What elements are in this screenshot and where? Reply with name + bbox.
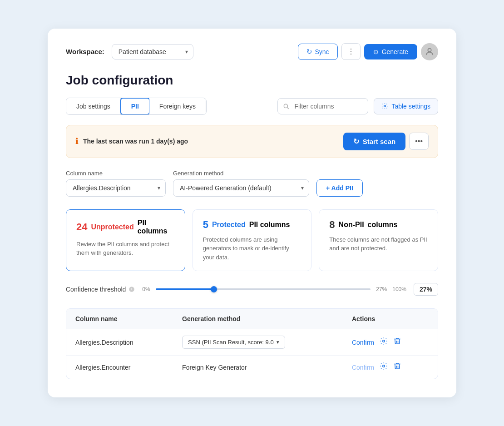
unprotected-status-label: Unprotected bbox=[91, 223, 133, 231]
scan-banner-actions: ↻ Start scan ••• bbox=[343, 133, 429, 150]
more-options-button[interactable]: ⋮ bbox=[341, 43, 361, 60]
svg-point-3 bbox=[384, 105, 386, 107]
table-row: Allergies.Encounter Foreign Key Generato… bbox=[66, 356, 438, 379]
filter-columns-input[interactable] bbox=[277, 98, 368, 114]
pii-table: Column name Generation method Actions Al… bbox=[66, 309, 438, 379]
generation-method-field: Generation method AI-Powered Generation … bbox=[173, 170, 309, 197]
column-name-field: Column name Allergies.Description bbox=[66, 170, 166, 197]
svg-point-6 bbox=[383, 340, 385, 342]
confidence-row: Confidence threshold i 0% 27% 100% 27% bbox=[66, 283, 438, 296]
row1-delete-icon[interactable] bbox=[393, 337, 401, 347]
header-actions: ↻ Sync ⋮ ⊙ Generate bbox=[298, 43, 439, 60]
tab-pii[interactable]: PII bbox=[120, 98, 150, 115]
non-pii-description: These columns are not flagged as PII and… bbox=[329, 235, 428, 253]
filter-input-wrapper bbox=[277, 98, 368, 114]
tab-foreign-keys[interactable]: Foreign keys bbox=[149, 98, 206, 114]
row1-confirm-link[interactable]: Confirm bbox=[352, 339, 374, 346]
scan-icon: ↻ bbox=[353, 137, 359, 146]
protected-status-label: Protected bbox=[212, 221, 246, 229]
table-settings-button[interactable]: Table settings bbox=[374, 98, 438, 114]
slider-max-label: 100% bbox=[392, 286, 406, 292]
config-row: Column name Allergies.Description Genera… bbox=[66, 170, 438, 197]
add-pii-button[interactable]: + Add PII bbox=[316, 179, 363, 197]
dropdown-chevron-icon: ▾ bbox=[277, 339, 279, 345]
stat-header-protected: 5 Protected PII columns bbox=[203, 219, 301, 231]
stat-header-non-pii: 8 Non-PII columns bbox=[329, 219, 428, 231]
workspace-select-wrapper: Patient database bbox=[112, 44, 193, 59]
unprotected-count: 24 bbox=[76, 221, 87, 233]
main-card: Workspace: Patient database ↻ Sync ⋮ ⊙ G… bbox=[48, 29, 456, 398]
protected-count: 5 bbox=[203, 219, 208, 231]
search-icon bbox=[283, 103, 289, 109]
tabs-filter-row: Job settings PII Foreign keys Table sett… bbox=[66, 98, 438, 115]
generate-button[interactable]: ⊙ Generate bbox=[364, 44, 417, 59]
stats-row: 24 Unprotected PII columns Review the PI… bbox=[66, 209, 438, 272]
slider-current-label: 27% bbox=[376, 286, 387, 292]
tab-job-settings[interactable]: Job settings bbox=[66, 98, 121, 114]
info-icon: ℹ bbox=[75, 136, 79, 146]
table-container: Column name Generation method Actions Al… bbox=[66, 308, 438, 379]
row2-actions: Confirm bbox=[343, 356, 438, 379]
col-header-generation-method: Generation method bbox=[173, 309, 343, 329]
row1-settings-icon[interactable] bbox=[380, 337, 388, 347]
non-pii-count: 8 bbox=[329, 219, 335, 231]
start-scan-button[interactable]: ↻ Start scan bbox=[343, 133, 406, 150]
dots-icon: ••• bbox=[415, 137, 423, 145]
row2-generation-method: Foreign Key Generator bbox=[173, 356, 343, 379]
slider-thumb[interactable] bbox=[211, 286, 217, 292]
row2-settings-icon[interactable] bbox=[380, 362, 388, 372]
column-name-select[interactable]: Allergies.Description bbox=[66, 179, 166, 197]
confidence-label: Confidence threshold i bbox=[66, 286, 135, 293]
svg-point-0 bbox=[428, 48, 431, 51]
svg-point-1 bbox=[284, 104, 288, 108]
slider-min-label: 0% bbox=[142, 286, 150, 292]
column-name-label: Column name bbox=[66, 170, 166, 177]
col-header-column-name: Column name bbox=[66, 309, 173, 329]
row2-delete-icon[interactable] bbox=[393, 362, 401, 372]
col-header-actions: Actions bbox=[343, 309, 438, 329]
slider-track bbox=[156, 288, 371, 290]
sync-icon: ↻ bbox=[306, 48, 312, 56]
right-controls: Table settings bbox=[277, 98, 438, 114]
non-pii-type-label: columns bbox=[368, 221, 398, 229]
unprotected-type-label: PII columns bbox=[138, 219, 175, 235]
gen-method-select-wrapper: AI-Powered Generation (default) bbox=[173, 179, 309, 197]
row1-actions: Confirm bbox=[343, 329, 438, 356]
table-header-row: Column name Generation method Actions bbox=[66, 309, 438, 329]
gear-icon bbox=[381, 103, 388, 109]
svg-point-7 bbox=[383, 365, 385, 367]
row2-column-name: Allergies.Encounter bbox=[66, 356, 173, 379]
avatar[interactable] bbox=[421, 43, 438, 60]
workspace-label: Workspace: bbox=[66, 48, 104, 55]
scan-banner: ℹ The last scan was run 1 day(s) ago ↻ S… bbox=[66, 125, 438, 158]
stat-card-unprotected: 24 Unprotected PII columns Review the PI… bbox=[66, 209, 185, 272]
generation-method-select[interactable]: AI-Powered Generation (default) bbox=[173, 179, 309, 197]
row1-generation-method: SSN (PII Scan Result, score: 9.0 ▾ bbox=[173, 329, 343, 356]
stat-card-non-pii: 8 Non-PII columns These columns are not … bbox=[319, 209, 438, 272]
row1-gen-method-badge[interactable]: SSN (PII Scan Result, score: 9.0 ▾ bbox=[182, 336, 285, 349]
header: Workspace: Patient database ↻ Sync ⋮ ⊙ G… bbox=[66, 43, 438, 60]
stat-card-protected: 5 Protected PII columns Protected column… bbox=[193, 209, 312, 272]
tabs: Job settings PII Foreign keys bbox=[66, 98, 207, 115]
protected-description: Protected columns are using generators t… bbox=[203, 235, 301, 262]
slider-container: 0% 27% 100% bbox=[142, 286, 406, 292]
row2-confirm-link[interactable]: Confirm bbox=[352, 364, 374, 371]
column-select-wrapper: Allergies.Description bbox=[66, 179, 166, 197]
row1-column-name: Allergies.Description bbox=[66, 329, 173, 356]
page-title: Job configuration bbox=[66, 73, 438, 88]
workspace-select[interactable]: Patient database bbox=[112, 44, 193, 59]
svg-line-2 bbox=[287, 107, 289, 109]
scan-banner-message: The last scan was run 1 day(s) ago bbox=[83, 138, 188, 145]
workspace-area: Workspace: Patient database bbox=[66, 44, 193, 59]
generate-icon: ⊙ bbox=[373, 48, 379, 55]
sync-button[interactable]: ↻ Sync bbox=[298, 44, 338, 60]
table-row: Allergies.Description SSN (PII Scan Resu… bbox=[66, 329, 438, 356]
svg-text:i: i bbox=[131, 288, 132, 291]
stat-header-unprotected: 24 Unprotected PII columns bbox=[76, 219, 175, 235]
vertical-dots-icon: ⋮ bbox=[347, 48, 355, 55]
confidence-value-badge: 27% bbox=[414, 283, 438, 296]
scan-more-button[interactable]: ••• bbox=[409, 133, 429, 150]
row1-action-group: Confirm bbox=[352, 337, 429, 347]
row2-action-group: Confirm bbox=[352, 362, 429, 372]
unprotected-description: Review the PII columns and protect them … bbox=[76, 240, 175, 258]
